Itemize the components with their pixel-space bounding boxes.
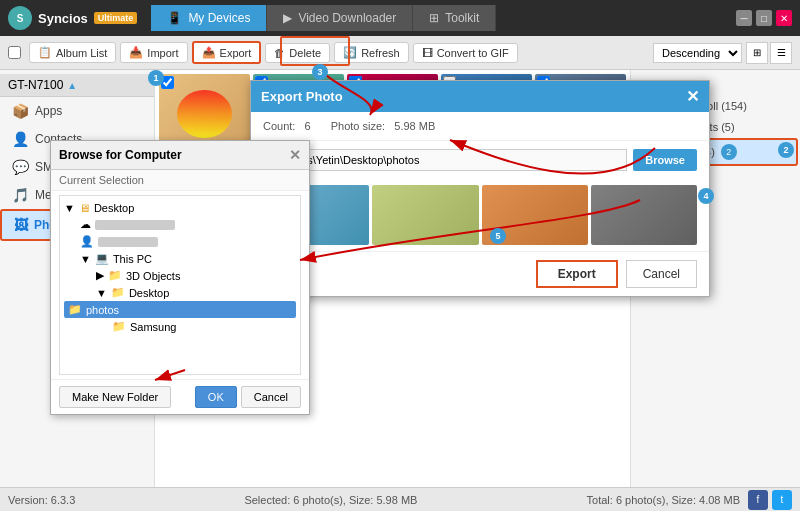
export-photos-grid (251, 179, 709, 251)
export-title-bar: Export Photo ✕ (251, 81, 709, 112)
import-icon: 📥 (129, 46, 143, 59)
browse-dialog: Browse for Computer ✕ Current Selection … (50, 140, 310, 415)
window-controls: ─ □ ✕ (736, 10, 792, 26)
minimize-button[interactable]: ─ (736, 10, 752, 26)
tree-item-desktop-root[interactable]: ▼ 🖥 Desktop (64, 200, 296, 216)
export-dialog-close[interactable]: ✕ (686, 87, 699, 106)
tree-expand-icon: ▼ (64, 202, 75, 214)
tree-expand-desktop: ▼ (96, 287, 107, 299)
size-label: Photo size: 5.98 MB (331, 120, 436, 132)
album-list-button[interactable]: 📋 Album List (29, 42, 116, 63)
export-confirm-button[interactable]: Export (536, 260, 618, 288)
device-arrow: ▲ (67, 80, 77, 91)
convert-gif-button[interactable]: 🎞 Convert to GIF (413, 43, 518, 63)
cloud-icon: ☁ (80, 218, 91, 231)
list-view-button[interactable]: ☰ (770, 42, 792, 64)
export-dialog: Export Photo ✕ Count: 6 Photo size: 5.98… (250, 80, 710, 297)
tree-label-blurred-2 (98, 237, 158, 247)
logo-area: S Syncios Ultimate (8, 6, 137, 30)
tab-my-devices[interactable]: 📱 My Devices (151, 5, 267, 31)
contacts-icon: 👤 (12, 131, 29, 147)
browse-cancel-button[interactable]: Cancel (241, 386, 301, 408)
album-list-icon: 📋 (38, 46, 52, 59)
export-cancel-button[interactable]: Cancel (626, 260, 697, 288)
video-icon: ▶ (283, 11, 292, 25)
tree-item-3dobjects[interactable]: ▶ 📁 3D Objects (64, 267, 296, 284)
export-icon: 📤 (202, 46, 216, 59)
device-name: GT-N7100 (8, 78, 63, 92)
tree-item-cloud2[interactable]: 👤 (64, 233, 296, 250)
sidebar-item-apps[interactable]: 📦 Apps (0, 97, 154, 125)
browse-path-button[interactable]: Browse (633, 149, 697, 171)
top-bar: S Syncios Ultimate 📱 My Devices ▶ Video … (0, 0, 800, 36)
view-buttons: ⊞ ☰ (746, 42, 792, 64)
annotation-2: 2 (778, 142, 794, 158)
count-label: Count: 6 (263, 120, 311, 132)
device-header: GT-N7100 ▲ (0, 74, 154, 97)
app-badge: Ultimate (94, 12, 138, 24)
delete-button[interactable]: 🗑 Delete (265, 43, 330, 63)
person-icon: 👤 (80, 235, 94, 248)
toolbar: 📋 Album List 📥 Import 📤 Export 🗑 Delete … (0, 36, 800, 70)
tree-item-samsung[interactable]: 📁 Samsung (64, 318, 296, 335)
desktop-root-icon: 🖥 (79, 202, 90, 214)
close-button[interactable]: ✕ (776, 10, 792, 26)
tree-item-desktop[interactable]: ▼ 📁 Desktop (64, 284, 296, 301)
browse-footer: Make New Folder OK Cancel (51, 379, 309, 414)
photos-icon: 🖼 (14, 217, 28, 233)
total-status: Total: 6 photo(s), Size: 4.08 MB (587, 494, 740, 506)
make-folder-button[interactable]: Make New Folder (59, 386, 171, 408)
thispc-icon: 💻 (95, 252, 109, 265)
annotation-3: 3 (312, 64, 328, 80)
export-dialog-title: Export Photo (261, 89, 343, 104)
browse-current-selection: Current Selection (51, 170, 309, 191)
mini-photo-2 (372, 185, 478, 245)
my-devices-icon: 📱 (167, 11, 182, 25)
gif-icon: 🎞 (422, 47, 433, 59)
toolkit-icon: ⊞ (429, 11, 439, 25)
annotation-4: 4 (698, 188, 714, 204)
browse-close-button[interactable]: ✕ (289, 147, 301, 163)
annotation-5: 5 (490, 228, 506, 244)
version-label: Version: 6.3.3 (8, 494, 75, 506)
social-buttons: f t (748, 490, 792, 510)
browse-title: Browse for Computer ✕ (51, 141, 309, 170)
tree-label-blurred-1 (95, 220, 175, 230)
media-icon: 🎵 (12, 187, 29, 203)
app-name: Syncios (38, 11, 88, 26)
tab-toolkit[interactable]: ⊞ Toolkit (413, 5, 496, 31)
apps-icon: 📦 (12, 103, 29, 119)
facebook-button[interactable]: f (748, 490, 768, 510)
grid-view-button[interactable]: ⊞ (746, 42, 768, 64)
sort-select[interactable]: Descending (653, 43, 742, 63)
mini-photo-4 (591, 185, 697, 245)
photos-folder-icon: 📁 (68, 303, 82, 316)
annotation-1: 1 (148, 70, 164, 86)
tree-expand-3d: ▶ (96, 269, 104, 282)
twitter-button[interactable]: t (772, 490, 792, 510)
export-footer: Export Cancel (251, 251, 709, 296)
tree-item-thispc[interactable]: ▼ 💻 This PC (64, 250, 296, 267)
browse-ok-button[interactable]: OK (195, 386, 237, 408)
picture-badge: 2 (721, 144, 737, 160)
export-path-input[interactable] (263, 149, 627, 171)
tree-item-photos[interactable]: 📁 photos (64, 301, 296, 318)
app-logo: S (8, 6, 32, 30)
export-path-row: Browse (251, 141, 709, 179)
select-all-checkbox[interactable] (8, 46, 21, 59)
import-button[interactable]: 📥 Import (120, 42, 187, 63)
refresh-button[interactable]: 🔄 Refresh (334, 42, 409, 63)
desktop-icon: 📁 (111, 286, 125, 299)
3dobjects-icon: 📁 (108, 269, 122, 282)
selected-status: Selected: 6 photo(s), Size: 5.98 MB (75, 494, 586, 506)
tab-video-downloader[interactable]: ▶ Video Downloader (267, 5, 413, 31)
sort-dropdown: Descending (653, 43, 742, 63)
browse-tree[interactable]: ▼ 🖥 Desktop ☁ 👤 ▼ 💻 This PC ▶ 📁 3D Objec… (59, 195, 301, 375)
tree-pc-expand: ▼ (80, 253, 91, 265)
export-info: Count: 6 Photo size: 5.98 MB (251, 112, 709, 141)
nav-tabs: 📱 My Devices ▶ Video Downloader ⊞ Toolki… (151, 5, 496, 31)
samsung-icon: 📁 (112, 320, 126, 333)
maximize-button[interactable]: □ (756, 10, 772, 26)
tree-item-cloud1[interactable]: ☁ (64, 216, 296, 233)
export-button[interactable]: 📤 Export (192, 41, 262, 64)
